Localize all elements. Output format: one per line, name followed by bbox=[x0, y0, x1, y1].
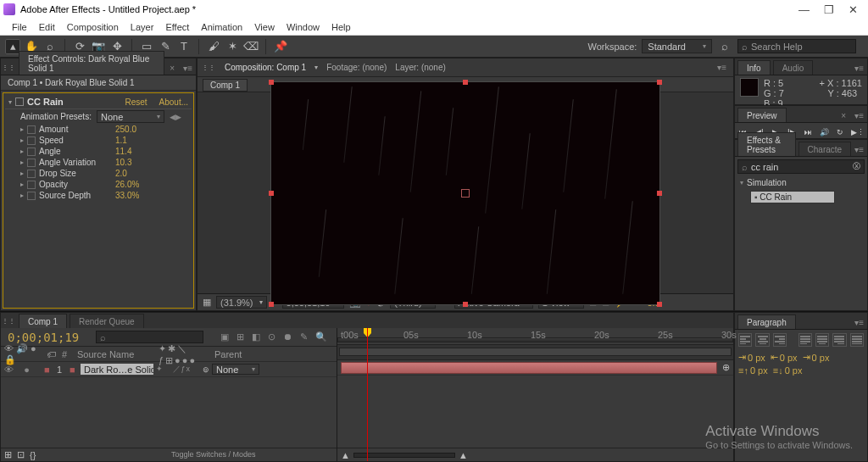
tab-timeline-comp[interactable]: Comp 1 bbox=[19, 314, 67, 328]
grid-icon[interactable]: ▦ bbox=[203, 297, 211, 308]
brush-tool-icon[interactable]: 🖌 bbox=[206, 39, 221, 54]
layer-duration-bar[interactable] bbox=[341, 362, 717, 374]
menu-animation[interactable]: Animation bbox=[196, 20, 248, 34]
menu-help[interactable]: Help bbox=[326, 20, 356, 34]
layer-marker-icon[interactable]: ⊕ bbox=[719, 362, 733, 373]
align-center-button[interactable] bbox=[755, 333, 769, 347]
panel-menu-icon[interactable]: ▾≡ bbox=[180, 62, 196, 75]
effect-reset-button[interactable]: Reset bbox=[125, 97, 147, 107]
menu-effect[interactable]: Effect bbox=[160, 20, 194, 34]
minimize-button[interactable]: — bbox=[799, 5, 809, 14]
zoom-out-icon[interactable]: ▲ bbox=[341, 450, 350, 460]
tab-close-icon[interactable]: × bbox=[836, 109, 851, 122]
zoom-dropdown[interactable]: (31.9%) bbox=[216, 296, 267, 309]
audio-button[interactable]: 🔊 bbox=[819, 125, 830, 139]
workspace-dropdown[interactable]: Standard bbox=[642, 39, 712, 53]
eraser-tool-icon[interactable]: ⌫ bbox=[243, 39, 259, 54]
prop-speed-value[interactable]: 1.1 bbox=[115, 136, 127, 145]
justify-all-button[interactable] bbox=[850, 333, 864, 347]
toggle-switches-button[interactable]: Toggle Switches / Modes bbox=[168, 449, 259, 459]
preset-next-icon[interactable]: ▶ bbox=[175, 113, 181, 121]
tab-effects-presets[interactable]: Effects & Presets bbox=[737, 132, 796, 156]
panel-menu-icon[interactable]: ▾≡ bbox=[851, 62, 867, 75]
prop-dropsize-value[interactable]: 2.0 bbox=[115, 169, 127, 178]
composition-viewport[interactable] bbox=[198, 92, 733, 293]
tab-paragraph[interactable]: Paragraph bbox=[737, 314, 796, 329]
align-left-button[interactable] bbox=[738, 333, 752, 347]
justify-center-button[interactable] bbox=[815, 333, 829, 347]
tl-toggle-icon2[interactable]: ⊡ bbox=[17, 449, 25, 460]
tab-character[interactable]: Characte bbox=[798, 142, 852, 156]
panel-grip-icon[interactable]: ⋮⋮ bbox=[201, 60, 216, 75]
menu-bar: File Edit Composition Layer Effect Anima… bbox=[0, 19, 868, 36]
maximize-button[interactable]: ❐ bbox=[824, 5, 833, 14]
panel-grip-icon[interactable]: ⋮⋮ bbox=[1, 313, 16, 328]
close-button[interactable]: ✕ bbox=[849, 5, 858, 14]
effects-category[interactable]: Simulation bbox=[735, 176, 867, 189]
layer-row[interactable]: 👁 ● ■ 1 ■ Dark Ro…e Solid 1 ✦ ／ƒx ⊚ None bbox=[1, 362, 337, 377]
effect-name[interactable]: CC Rain bbox=[27, 97, 64, 107]
tab-info[interactable]: Info bbox=[737, 60, 771, 75]
menu-composition[interactable]: Composition bbox=[62, 20, 124, 34]
panel-menu-icon[interactable]: ▾≡ bbox=[851, 109, 867, 122]
effect-about-button[interactable]: About... bbox=[159, 97, 188, 107]
tl-toggle-icon[interactable]: ⊞ bbox=[4, 449, 12, 460]
last-frame-button[interactable]: ⏭ bbox=[803, 125, 814, 139]
tab-footage[interactable]: Footage: (none) bbox=[326, 63, 387, 72]
effects-search-input[interactable]: cc rainⓧ bbox=[737, 159, 865, 174]
layer-bar-row[interactable]: ⊕ bbox=[337, 360, 733, 376]
parent-dropdown[interactable]: None bbox=[212, 364, 259, 375]
panel-menu-icon[interactable]: ▾≡ bbox=[714, 61, 730, 74]
tab-close-icon[interactable]: × bbox=[164, 62, 180, 75]
current-time-indicator[interactable] bbox=[367, 328, 368, 461]
space-after[interactable]: ≡↓ 0 px bbox=[773, 365, 803, 376]
prop-opacity-value[interactable]: 26.0% bbox=[115, 180, 139, 189]
layer-name[interactable]: Dark Ro…e Solid 1 bbox=[81, 364, 153, 375]
panel-menu-icon[interactable]: ▾≡ bbox=[851, 143, 867, 156]
tab-composition[interactable]: Composition: Comp 1 bbox=[225, 63, 306, 72]
tab-preview[interactable]: Preview bbox=[737, 108, 787, 122]
justify-right-button[interactable] bbox=[832, 333, 846, 347]
zoom-in-icon[interactable]: ▲ bbox=[459, 450, 468, 460]
col-parent: Parent bbox=[214, 349, 257, 359]
menu-view[interactable]: View bbox=[249, 20, 280, 34]
effects-item-ccrain[interactable]: CC Rain bbox=[750, 191, 835, 203]
comp-subtab[interactable]: Comp 1 bbox=[203, 79, 248, 92]
menu-layer[interactable]: Layer bbox=[125, 20, 159, 34]
indent-right[interactable]: ⇥ 0 px bbox=[803, 352, 830, 363]
puppet-tool-icon[interactable]: 📌 bbox=[273, 39, 288, 54]
panel-grip-icon[interactable]: ⋮⋮ bbox=[1, 59, 16, 75]
tab-render-queue[interactable]: Render Queue bbox=[70, 314, 144, 328]
menu-edit[interactable]: Edit bbox=[34, 20, 60, 34]
ram-preview-button[interactable]: ▶⋮ bbox=[851, 125, 865, 139]
tab-audio[interactable]: Audio bbox=[773, 60, 814, 75]
preset-prev-icon[interactable]: ◀ bbox=[170, 113, 175, 121]
tl-bracket-icon[interactable]: {} bbox=[30, 450, 36, 460]
prop-amount-value[interactable]: 250.0 bbox=[115, 125, 136, 134]
search-help-icon[interactable]: ⌕ bbox=[717, 39, 732, 54]
indent-first[interactable]: ⇤ 0 px bbox=[771, 352, 798, 363]
space-before[interactable]: ≡↑ 0 px bbox=[738, 365, 768, 376]
prop-anglevar-value[interactable]: 10.3 bbox=[115, 158, 131, 167]
indent-left[interactable]: ⇥ 0 px bbox=[738, 352, 765, 363]
time-ruler[interactable]: t00s 05s 10s 15s 20s 25s 30s bbox=[337, 328, 733, 345]
menu-window[interactable]: Window bbox=[281, 20, 325, 34]
tab-layer[interactable]: Layer: (none) bbox=[395, 63, 445, 72]
text-tool-icon[interactable]: T bbox=[176, 39, 192, 54]
tl-icons[interactable]: ▣ ⊞ ◧ ⊙ ⏺ ✎ 🔍 bbox=[220, 331, 330, 342]
prop-angle-value[interactable]: 11.4 bbox=[115, 147, 131, 156]
align-right-button[interactable] bbox=[773, 333, 787, 347]
prop-srcdepth-value[interactable]: 33.0% bbox=[115, 191, 139, 200]
clone-tool-icon[interactable]: ✶ bbox=[225, 39, 240, 54]
panel-menu-icon[interactable]: ▾≡ bbox=[851, 316, 867, 329]
col-source-name[interactable]: Source Name bbox=[77, 349, 153, 359]
color-swatch bbox=[740, 78, 759, 97]
clear-search-icon[interactable]: ⓧ bbox=[853, 161, 860, 172]
tab-effect-controls[interactable]: Effect Controls: Dark Royal Blue Solid 1 bbox=[19, 51, 164, 75]
timecode[interactable]: 0;00;01;19 bbox=[8, 331, 79, 344]
search-help-input[interactable]: Search Help bbox=[737, 39, 856, 53]
preset-dropdown[interactable]: None bbox=[97, 110, 164, 123]
justify-left-button[interactable] bbox=[798, 333, 812, 347]
loop-button[interactable]: ↻ bbox=[835, 125, 846, 139]
menu-file[interactable]: File bbox=[7, 20, 32, 34]
